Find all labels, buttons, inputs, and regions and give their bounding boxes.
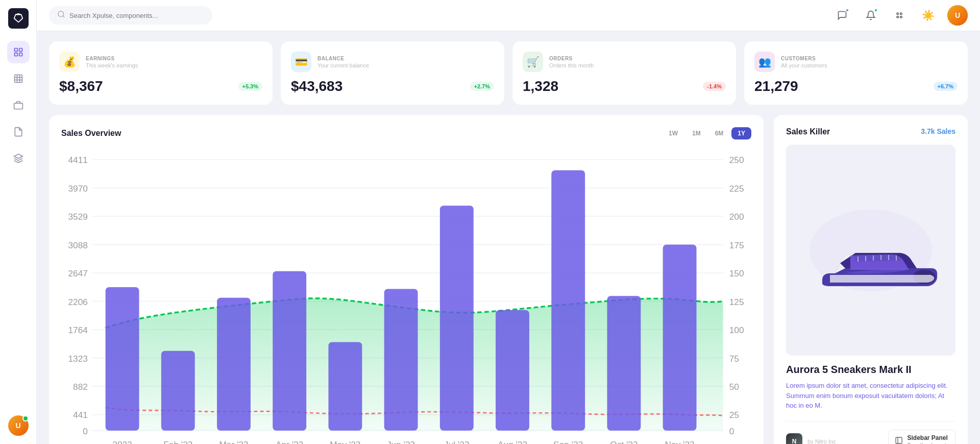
svg-text:Oct '23: Oct '23 bbox=[610, 439, 638, 444]
earnings-value: $8,367 bbox=[59, 78, 103, 95]
tab-1y[interactable]: 1Y bbox=[731, 127, 751, 139]
product-title: Sales Killer bbox=[786, 127, 830, 136]
svg-text:Sep '23: Sep '23 bbox=[553, 439, 583, 444]
svg-rect-54 bbox=[328, 342, 362, 430]
product-sales: 3.7k Sales bbox=[921, 127, 955, 135]
svg-text:Mar '23: Mar '23 bbox=[219, 439, 248, 444]
customers-icon: 👥 bbox=[754, 52, 775, 72]
svg-text:125: 125 bbox=[729, 297, 744, 307]
header-icons: ☀️ U bbox=[833, 5, 968, 26]
svg-text:150: 150 bbox=[729, 268, 744, 278]
svg-text:175: 175 bbox=[729, 240, 744, 250]
content-row: Sales Overview 1W 1M 6M 1Y 4411 3970 352… bbox=[49, 115, 968, 444]
svg-rect-53 bbox=[273, 271, 306, 431]
earnings-icon: 💰 bbox=[59, 52, 80, 72]
balance-label: BALANCE bbox=[317, 56, 369, 61]
product-footer: N by Nitro Inc Sideb bbox=[786, 421, 955, 444]
svg-text:200: 200 bbox=[729, 212, 744, 222]
svg-text:25: 25 bbox=[729, 410, 739, 420]
svg-text:3970: 3970 bbox=[68, 183, 88, 194]
tab-6m[interactable]: 6M bbox=[709, 127, 730, 139]
tab-1m[interactable]: 1M bbox=[686, 127, 707, 139]
earnings-sublabel: This week's earnings bbox=[86, 62, 138, 68]
customers-label: CUSTOMERS bbox=[781, 56, 827, 61]
apps-button[interactable] bbox=[890, 6, 909, 25]
svg-marker-10 bbox=[14, 154, 22, 158]
svg-rect-57 bbox=[496, 310, 529, 431]
balance-badge: +2.7% bbox=[470, 82, 495, 91]
svg-text:50: 50 bbox=[729, 382, 739, 392]
search-icon bbox=[57, 10, 65, 20]
sidebar-panel-title: Sidebar Panel bbox=[907, 434, 949, 442]
svg-text:1764: 1764 bbox=[68, 325, 88, 335]
sidebar-item-briefcase[interactable] bbox=[7, 94, 30, 116]
sidebar-item-document[interactable] bbox=[7, 121, 30, 143]
svg-point-13 bbox=[897, 13, 898, 14]
chat-button[interactable] bbox=[833, 6, 851, 25]
product-vendor: N by Nitro Inc bbox=[786, 433, 836, 444]
svg-text:441: 441 bbox=[73, 410, 88, 420]
svg-text:Nov '23: Nov '23 bbox=[665, 439, 694, 444]
product-description: Lorem ipsum dolor sit amet, consectetur … bbox=[786, 381, 955, 411]
search-input[interactable] bbox=[69, 12, 204, 19]
sidebar-panel-icon bbox=[895, 436, 903, 444]
svg-text:4411: 4411 bbox=[68, 155, 88, 165]
sidebar-logo[interactable] bbox=[8, 8, 29, 29]
svg-rect-59 bbox=[607, 296, 641, 430]
svg-rect-56 bbox=[440, 205, 474, 430]
sneaker-illustration bbox=[799, 204, 942, 296]
stat-card-balance: 💳 BALANCE Your current balance $43,683 +… bbox=[281, 41, 504, 105]
customers-sublabel: All your customers bbox=[781, 62, 827, 68]
svg-text:3088: 3088 bbox=[68, 240, 88, 250]
stat-card-orders: 🛒 ORDERS Orders this month 1,328 -1.4% bbox=[512, 41, 736, 105]
page-content: 💰 EARNINGS This week's earnings $8,367 +… bbox=[37, 31, 980, 444]
sidebar-panel-button[interactable]: Sidebar Panel Try other layouts bbox=[888, 430, 955, 444]
search-bar[interactable] bbox=[49, 6, 212, 25]
svg-text:0: 0 bbox=[729, 426, 734, 436]
svg-line-12 bbox=[63, 16, 64, 17]
svg-text:Jul '23: Jul '23 bbox=[444, 439, 470, 444]
svg-text:2023: 2023 bbox=[112, 439, 132, 444]
svg-text:Apr '23: Apr '23 bbox=[276, 439, 303, 444]
svg-point-14 bbox=[900, 13, 902, 14]
svg-text:2206: 2206 bbox=[68, 297, 88, 307]
earnings-badge: +5.3% bbox=[238, 82, 263, 91]
sun-icon: ☀️ bbox=[922, 9, 935, 21]
product-card: Sales Killer 3.7k Sales bbox=[774, 115, 968, 444]
chart-svg: 4411 3970 3529 3088 2647 2206 1764 1323 … bbox=[61, 150, 751, 444]
sidebar-item-layers[interactable] bbox=[7, 147, 30, 170]
svg-rect-55 bbox=[384, 289, 418, 430]
orders-label: ORDERS bbox=[549, 56, 594, 61]
svg-rect-9 bbox=[14, 103, 22, 109]
svg-text:May '23: May '23 bbox=[330, 439, 360, 444]
chart-card: Sales Overview 1W 1M 6M 1Y 4411 3970 352… bbox=[49, 115, 764, 444]
svg-text:225: 225 bbox=[729, 183, 744, 194]
sidebar-user-avatar[interactable]: U bbox=[8, 415, 29, 436]
orders-badge: -1.4% bbox=[703, 82, 726, 91]
svg-rect-80 bbox=[896, 437, 902, 443]
orders-icon: 🛒 bbox=[523, 52, 543, 72]
bell-button[interactable] bbox=[862, 6, 880, 25]
sun-button[interactable]: ☀️ bbox=[919, 6, 937, 25]
svg-text:3529: 3529 bbox=[68, 212, 88, 222]
sidebar-item-grid[interactable] bbox=[7, 67, 30, 90]
svg-text:100: 100 bbox=[729, 325, 744, 335]
svg-rect-58 bbox=[551, 170, 585, 431]
svg-rect-1 bbox=[19, 49, 22, 52]
svg-rect-52 bbox=[217, 298, 251, 431]
balance-icon: 💳 bbox=[291, 52, 311, 72]
sidebar: U bbox=[0, 0, 37, 444]
sidebar-item-dashboard[interactable] bbox=[7, 41, 30, 63]
tab-1w[interactable]: 1W bbox=[663, 127, 684, 139]
svg-rect-60 bbox=[663, 245, 697, 431]
svg-text:250: 250 bbox=[729, 155, 744, 165]
svg-text:2647: 2647 bbox=[68, 268, 88, 278]
balance-sublabel: Your current balance bbox=[317, 62, 369, 68]
sidebar-panel-subtitle: Try other layouts bbox=[907, 442, 949, 444]
avatar-online-dot bbox=[22, 415, 29, 422]
product-name: Aurora 5 Sneakers Mark II bbox=[786, 364, 955, 376]
header-user-avatar[interactable]: U bbox=[947, 5, 968, 26]
orders-sublabel: Orders this month bbox=[549, 62, 594, 68]
svg-text:75: 75 bbox=[729, 354, 739, 364]
svg-point-11 bbox=[58, 11, 64, 17]
